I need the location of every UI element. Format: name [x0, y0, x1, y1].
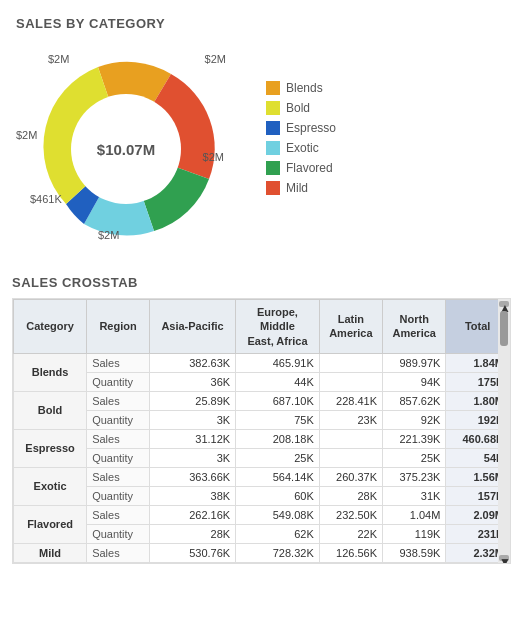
data-cell: 938.59K: [383, 543, 446, 562]
crosstab-section: SALES CROSSTAB Category Region Asia-Paci…: [0, 267, 523, 572]
region-cell: Sales: [87, 505, 150, 524]
table-row: MildSales530.76K728.32K126.56K938.59K2.3…: [14, 543, 510, 562]
crosstab-title: SALES CROSSTAB: [12, 275, 511, 290]
scroll-down-arrow[interactable]: ▼: [499, 555, 509, 561]
data-cell: 28K: [319, 486, 382, 505]
data-cell: 260.37K: [319, 467, 382, 486]
label-mild: $2M: [205, 53, 226, 65]
data-cell: 75K: [236, 410, 320, 429]
col-europe: Europe,MiddleEast, Africa: [236, 300, 320, 354]
legend-label-exotic: Exotic: [286, 141, 319, 155]
data-cell: 94K: [383, 372, 446, 391]
legend-item-mild: Mild: [266, 181, 336, 195]
scroll-thumb[interactable]: [500, 311, 508, 346]
data-cell: 221.39K: [383, 429, 446, 448]
region-cell: Sales: [87, 467, 150, 486]
crosstab-table-wrapper[interactable]: Category Region Asia-Pacific Europe,Midd…: [12, 298, 511, 564]
data-cell: 60K: [236, 486, 320, 505]
region-cell: Quantity: [87, 486, 150, 505]
data-cell: 25.89K: [149, 391, 235, 410]
label-exotic: $2M: [98, 229, 119, 241]
data-cell: 22K: [319, 524, 382, 543]
data-cell: 3K: [149, 410, 235, 429]
data-cell: 23K: [319, 410, 382, 429]
table-row: Quantity38K60K28K31K157K: [14, 486, 510, 505]
donut-center-label: $10.07M: [97, 141, 155, 158]
legend-swatch-bold: [266, 101, 280, 115]
label-blends: $2M: [48, 53, 69, 65]
chart-legend: BlendsBoldEspressoExoticFlavoredMild: [266, 81, 336, 195]
label-bold: $2M: [16, 129, 37, 141]
data-cell: 36K: [149, 372, 235, 391]
data-cell: 28K: [149, 524, 235, 543]
legend-swatch-exotic: [266, 141, 280, 155]
data-cell: 363.66K: [149, 467, 235, 486]
data-cell: 857.62K: [383, 391, 446, 410]
table-row: Quantity36K44K94K175K: [14, 372, 510, 391]
data-cell: [319, 429, 382, 448]
table-row: Quantity3K25K25K54K: [14, 448, 510, 467]
legend-item-bold: Bold: [266, 101, 336, 115]
legend-item-espresso: Espresso: [266, 121, 336, 135]
table-row: FlavoredSales262.16K549.08K232.50K1.04M2…: [14, 505, 510, 524]
data-cell: 62K: [236, 524, 320, 543]
legend-item-blends: Blends: [266, 81, 336, 95]
legend-item-exotic: Exotic: [266, 141, 336, 155]
table-row: BlendsSales382.63K465.91K989.97K1.84M: [14, 353, 510, 372]
table-row: Quantity28K62K22K119K231K: [14, 524, 510, 543]
col-category: Category: [14, 300, 87, 354]
legend-label-flavored: Flavored: [286, 161, 333, 175]
col-north: NorthAmerica: [383, 300, 446, 354]
region-cell: Sales: [87, 429, 150, 448]
region-cell: Sales: [87, 353, 150, 372]
data-cell: 728.32K: [236, 543, 320, 562]
data-cell: 119K: [383, 524, 446, 543]
data-cell: 1.04M: [383, 505, 446, 524]
legend-swatch-blends: [266, 81, 280, 95]
table-row: ExoticSales363.66K564.14K260.37K375.23K1…: [14, 467, 510, 486]
data-cell: 38K: [149, 486, 235, 505]
category-cell: Mild: [14, 543, 87, 562]
data-cell: 228.41K: [319, 391, 382, 410]
data-cell: 262.16K: [149, 505, 235, 524]
label-espresso: $461K: [30, 193, 62, 205]
category-cell: Flavored: [14, 505, 87, 543]
chart-title: SALES BY CATEGORY: [16, 16, 236, 31]
region-cell: Sales: [87, 543, 150, 562]
data-cell: [319, 448, 382, 467]
category-cell: Blends: [14, 353, 87, 391]
region-cell: Sales: [87, 391, 150, 410]
legend-label-espresso: Espresso: [286, 121, 336, 135]
data-cell: 530.76K: [149, 543, 235, 562]
region-cell: Quantity: [87, 410, 150, 429]
category-cell: Exotic: [14, 467, 87, 505]
region-cell: Quantity: [87, 372, 150, 391]
data-cell: 564.14K: [236, 467, 320, 486]
data-cell: 382.63K: [149, 353, 235, 372]
data-cell: 208.18K: [236, 429, 320, 448]
data-cell: 465.91K: [236, 353, 320, 372]
donut-chart: $2M $2M $2M $461K $2M $2M: [16, 39, 236, 259]
chart-section: SALES BY CATEGORY $2M $2M $2M $461K $2M …: [0, 0, 523, 267]
legend-swatch-mild: [266, 181, 280, 195]
legend-label-bold: Bold: [286, 101, 310, 115]
region-cell: Quantity: [87, 524, 150, 543]
col-asia-pacific: Asia-Pacific: [149, 300, 235, 354]
table-row: Quantity3K75K23K92K192K: [14, 410, 510, 429]
data-cell: 25K: [236, 448, 320, 467]
legend-swatch-flavored: [266, 161, 280, 175]
category-cell: Espresso: [14, 429, 87, 467]
col-latin: LatinAmerica: [319, 300, 382, 354]
region-cell: Quantity: [87, 448, 150, 467]
data-cell: 232.50K: [319, 505, 382, 524]
legend-item-flavored: Flavored: [266, 161, 336, 175]
data-cell: 687.10K: [236, 391, 320, 410]
legend-swatch-espresso: [266, 121, 280, 135]
data-cell: 44K: [236, 372, 320, 391]
scrollbar[interactable]: ▲ ▼: [498, 299, 510, 563]
data-cell: 92K: [383, 410, 446, 429]
data-cell: 3K: [149, 448, 235, 467]
table-row: EspressoSales31.12K208.18K221.39K460.68K: [14, 429, 510, 448]
data-cell: 375.23K: [383, 467, 446, 486]
col-region: Region: [87, 300, 150, 354]
